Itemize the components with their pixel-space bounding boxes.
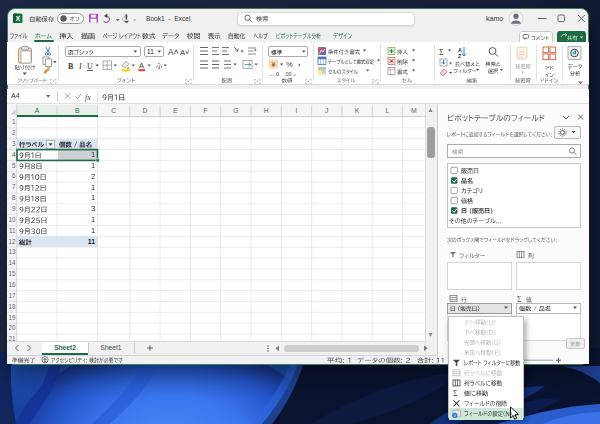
svg-text:Σ: Σ [453, 389, 457, 398]
